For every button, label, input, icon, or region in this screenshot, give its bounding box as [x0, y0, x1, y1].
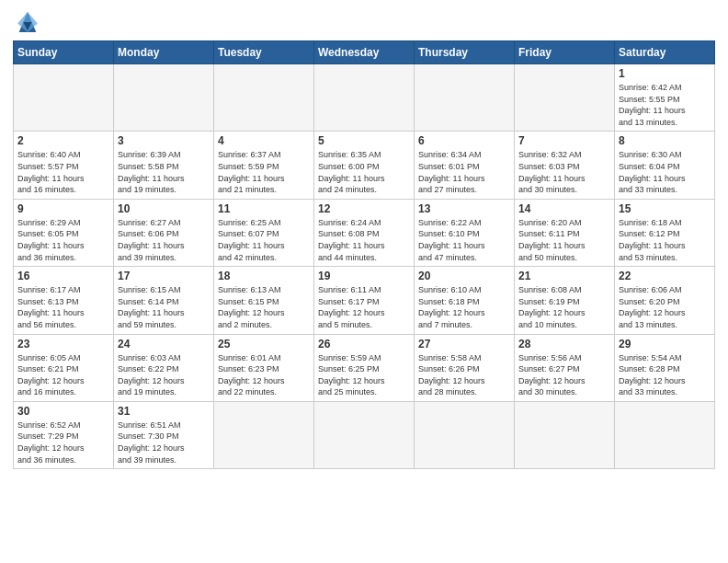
day-info: Sunrise: 6:39 AM Sunset: 5:58 PM Dayligh…: [118, 149, 210, 195]
calendar-cell: [415, 401, 515, 468]
calendar-cell: [114, 64, 214, 132]
day-info: Sunrise: 6:13 AM Sunset: 6:15 PM Dayligh…: [218, 284, 310, 330]
day-header-monday: Monday: [114, 41, 214, 64]
calendar-cell: 28Sunrise: 5:56 AM Sunset: 6:27 PM Dayli…: [515, 334, 615, 401]
calendar-cell: 9Sunrise: 6:29 AM Sunset: 6:05 PM Daylig…: [14, 199, 114, 266]
day-number: 31: [118, 405, 210, 418]
calendar-cell: 17Sunrise: 6:15 AM Sunset: 6:14 PM Dayli…: [114, 267, 214, 334]
day-number: 4: [218, 134, 310, 147]
day-info: Sunrise: 6:11 AM Sunset: 6:17 PM Dayligh…: [318, 284, 410, 330]
day-info: Sunrise: 6:32 AM Sunset: 6:03 PM Dayligh…: [518, 149, 610, 195]
day-info: Sunrise: 6:25 AM Sunset: 6:07 PM Dayligh…: [218, 217, 310, 263]
calendar-week-row: 16Sunrise: 6:17 AM Sunset: 6:13 PM Dayli…: [14, 267, 715, 334]
calendar-cell: [415, 64, 515, 132]
calendar-table: SundayMondayTuesdayWednesdayThursdayFrid…: [13, 40, 715, 469]
calendar-cell: 11Sunrise: 6:25 AM Sunset: 6:07 PM Dayli…: [214, 199, 314, 266]
day-header-thursday: Thursday: [415, 41, 515, 64]
calendar-cell: [14, 64, 114, 132]
day-info: Sunrise: 6:08 AM Sunset: 6:19 PM Dayligh…: [518, 284, 610, 330]
calendar-cell: [314, 64, 415, 132]
day-number: 5: [318, 134, 410, 147]
day-number: 30: [17, 405, 109, 418]
day-info: Sunrise: 6:20 AM Sunset: 6:11 PM Dayligh…: [518, 217, 610, 263]
calendar-cell: 7Sunrise: 6:32 AM Sunset: 6:03 PM Daylig…: [515, 132, 615, 199]
calendar-cell: 4Sunrise: 6:37 AM Sunset: 5:59 PM Daylig…: [214, 132, 314, 199]
calendar-cell: 29Sunrise: 5:54 AM Sunset: 6:28 PM Dayli…: [615, 334, 715, 401]
calendar-cell: 23Sunrise: 6:05 AM Sunset: 6:21 PM Dayli…: [14, 334, 114, 401]
calendar-cell: 24Sunrise: 6:03 AM Sunset: 6:22 PM Dayli…: [114, 334, 214, 401]
day-number: 10: [118, 202, 210, 215]
day-number: 28: [518, 338, 610, 350]
day-header-friday: Friday: [515, 41, 615, 64]
day-info: Sunrise: 5:59 AM Sunset: 6:25 PM Dayligh…: [318, 352, 410, 398]
day-number: 12: [318, 202, 410, 215]
day-info: Sunrise: 6:10 AM Sunset: 6:18 PM Dayligh…: [418, 284, 510, 330]
calendar-week-row: 2Sunrise: 6:40 AM Sunset: 5:57 PM Daylig…: [14, 132, 715, 199]
calendar-cell: 27Sunrise: 5:58 AM Sunset: 6:26 PM Dayli…: [415, 334, 515, 401]
day-info: Sunrise: 6:42 AM Sunset: 5:55 PM Dayligh…: [619, 82, 711, 128]
day-info: Sunrise: 6:18 AM Sunset: 6:12 PM Dayligh…: [619, 217, 711, 263]
logo: [13, 9, 46, 35]
calendar-cell: [214, 401, 314, 468]
day-number: 13: [418, 202, 510, 215]
day-number: 27: [418, 338, 510, 350]
calendar-cell: 1Sunrise: 6:42 AM Sunset: 5:55 PM Daylig…: [615, 64, 715, 132]
day-info: Sunrise: 5:56 AM Sunset: 6:27 PM Dayligh…: [518, 352, 610, 398]
calendar-cell: 16Sunrise: 6:17 AM Sunset: 6:13 PM Dayli…: [14, 267, 114, 334]
day-number: 23: [17, 338, 109, 350]
general-blue-icon: [13, 9, 42, 35]
day-number: 11: [218, 202, 310, 215]
day-info: Sunrise: 6:15 AM Sunset: 6:14 PM Dayligh…: [118, 284, 210, 330]
day-info: Sunrise: 6:51 AM Sunset: 7:30 PM Dayligh…: [118, 419, 210, 465]
day-number: 14: [518, 202, 610, 215]
day-number: 21: [518, 270, 610, 282]
day-header-sunday: Sunday: [14, 41, 114, 64]
day-info: Sunrise: 6:34 AM Sunset: 6:01 PM Dayligh…: [418, 149, 510, 195]
calendar-cell: [515, 64, 615, 132]
day-info: Sunrise: 6:52 AM Sunset: 7:29 PM Dayligh…: [17, 419, 109, 465]
calendar-cell: 25Sunrise: 6:01 AM Sunset: 6:23 PM Dayli…: [214, 334, 314, 401]
calendar-cell: [615, 401, 715, 468]
calendar-cell: 2Sunrise: 6:40 AM Sunset: 5:57 PM Daylig…: [14, 132, 114, 199]
day-number: 9: [17, 202, 109, 215]
calendar-cell: 18Sunrise: 6:13 AM Sunset: 6:15 PM Dayli…: [214, 267, 314, 334]
day-header-saturday: Saturday: [615, 41, 715, 64]
calendar-cell: 8Sunrise: 6:30 AM Sunset: 6:04 PM Daylig…: [615, 132, 715, 199]
calendar-cell: 3Sunrise: 6:39 AM Sunset: 5:58 PM Daylig…: [114, 132, 214, 199]
calendar-cell: 14Sunrise: 6:20 AM Sunset: 6:11 PM Dayli…: [515, 199, 615, 266]
day-number: 18: [218, 270, 310, 282]
day-number: 15: [619, 202, 711, 215]
day-number: 25: [218, 338, 310, 350]
day-number: 6: [418, 134, 510, 147]
day-header-tuesday: Tuesday: [214, 41, 314, 64]
calendar-cell: 19Sunrise: 6:11 AM Sunset: 6:17 PM Dayli…: [314, 267, 415, 334]
day-number: 24: [118, 338, 210, 350]
day-info: Sunrise: 6:30 AM Sunset: 6:04 PM Dayligh…: [619, 149, 711, 195]
day-number: 8: [619, 134, 711, 147]
calendar-cell: 20Sunrise: 6:10 AM Sunset: 6:18 PM Dayli…: [415, 267, 515, 334]
calendar-cell: [314, 401, 415, 468]
day-number: 19: [318, 270, 410, 282]
day-number: 26: [318, 338, 410, 350]
day-info: Sunrise: 6:40 AM Sunset: 5:57 PM Dayligh…: [17, 149, 109, 195]
calendar-week-row: 23Sunrise: 6:05 AM Sunset: 6:21 PM Dayli…: [14, 334, 715, 401]
day-info: Sunrise: 5:58 AM Sunset: 6:26 PM Dayligh…: [418, 352, 510, 398]
calendar-cell: 15Sunrise: 6:18 AM Sunset: 6:12 PM Dayli…: [615, 199, 715, 266]
day-number: 29: [619, 338, 711, 350]
day-info: Sunrise: 6:37 AM Sunset: 5:59 PM Dayligh…: [218, 149, 310, 195]
day-info: Sunrise: 6:22 AM Sunset: 6:10 PM Dayligh…: [418, 217, 510, 263]
day-number: 20: [418, 270, 510, 282]
calendar-cell: 26Sunrise: 5:59 AM Sunset: 6:25 PM Dayli…: [314, 334, 415, 401]
day-info: Sunrise: 6:17 AM Sunset: 6:13 PM Dayligh…: [17, 284, 109, 330]
day-number: 17: [118, 270, 210, 282]
calendar-cell: 6Sunrise: 6:34 AM Sunset: 6:01 PM Daylig…: [415, 132, 515, 199]
calendar-header-row: SundayMondayTuesdayWednesdayThursdayFrid…: [14, 41, 715, 64]
calendar-cell: [214, 64, 314, 132]
day-info: Sunrise: 6:35 AM Sunset: 6:00 PM Dayligh…: [318, 149, 410, 195]
day-info: Sunrise: 6:06 AM Sunset: 6:20 PM Dayligh…: [619, 284, 711, 330]
day-info: Sunrise: 6:29 AM Sunset: 6:05 PM Dayligh…: [17, 217, 109, 263]
calendar-cell: 10Sunrise: 6:27 AM Sunset: 6:06 PM Dayli…: [114, 199, 214, 266]
calendar-cell: 13Sunrise: 6:22 AM Sunset: 6:10 PM Dayli…: [415, 199, 515, 266]
calendar-cell: [515, 401, 615, 468]
calendar-week-row: 30Sunrise: 6:52 AM Sunset: 7:29 PM Dayli…: [14, 401, 715, 468]
